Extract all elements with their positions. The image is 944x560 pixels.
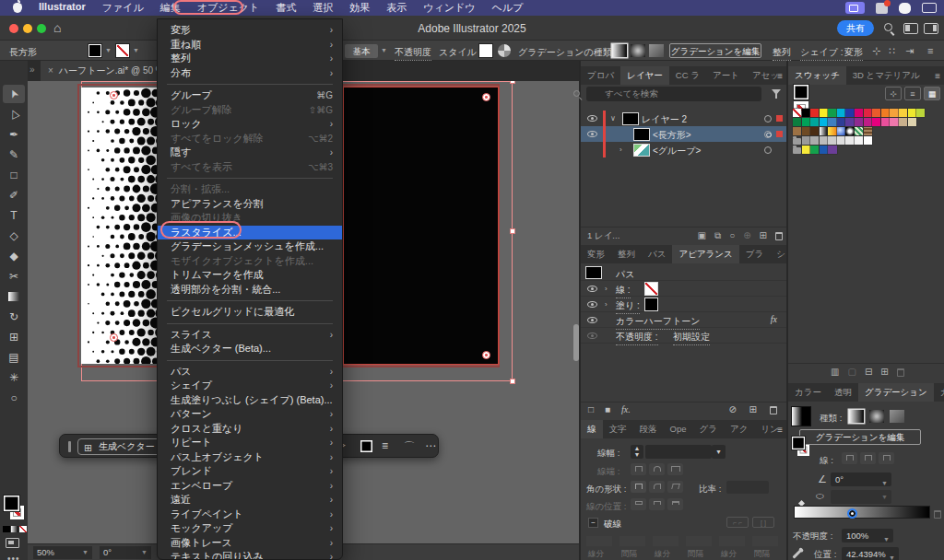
swatches-panel-menu-icon[interactable]: ≡ [935,71,940,81]
layers-search-input[interactable]: すべてを検索 [586,87,761,101]
radial-gradient-button[interactable] [869,410,884,423]
swatch[interactable] [881,118,890,126]
layer-label[interactable]: レイヤー 2 [642,113,687,126]
menu-item[interactable]: リピート› [158,436,342,450]
menubar-item-オブジェクト[interactable]: オブジェクト [197,1,260,15]
gradient-midpoint-marker[interactable] [798,500,805,507]
tab-段落[interactable]: 段落 [633,420,664,438]
more-options-icon[interactable]: ⋯ [425,439,436,452]
brush-definition-dropdown[interactable]: 基本 [345,44,378,58]
menubar-item-書式[interactable]: 書式 [276,1,296,15]
menubar-item-Illustrator[interactable]: Illustrator [39,1,86,15]
workspace-switcher-icon[interactable] [903,23,918,34]
linear-gradient-button[interactable] [612,44,627,57]
menubar-item-ヘルプ[interactable]: ヘルプ [492,1,524,15]
menu-item[interactable]: 生成塗りつぶし (シェイプ) (Beta)... [158,393,342,408]
clear-appearance-icon[interactable]: ⊘ [729,404,737,414]
swatch[interactable] [864,136,872,145]
miter-limit-field[interactable] [726,481,769,494]
selection-handle[interactable] [510,228,515,234]
artboard-tool[interactable]: ⊞ [3,328,25,346]
swatch[interactable] [916,109,925,117]
appearance-row-header[interactable]: パス [581,265,786,281]
stroke-panel-menu-icon[interactable]: ≡ [777,425,783,435]
shape-link[interactable]: シェイプ : [800,46,844,61]
new-swatch-icon[interactable]: ⊞ [880,367,888,377]
menu-item[interactable]: ピクセルグリッドに最適化 [158,305,342,320]
appearance-swatch-black[interactable] [645,298,657,310]
gradient-fill-thumbnail[interactable] [792,407,810,426]
arrange-icon[interactable]: ⇥ [905,45,914,57]
menu-item[interactable]: 画像トレース› [158,536,342,551]
tab-レイヤー[interactable]: レイヤー [620,66,669,85]
swatch[interactable] [855,118,863,126]
swatch[interactable] [845,136,854,145]
extension-icon[interactable] [876,3,888,14]
swatch[interactable] [881,109,890,117]
screen-share-icon[interactable] [845,2,865,14]
swatch[interactable] [820,146,828,154]
swatch[interactable] [828,146,836,154]
appearance-value[interactable]: 初期設定 [673,331,710,345]
radial-gradient-button[interactable] [631,44,645,57]
duplicate-item-icon[interactable]: ⊞ [749,404,757,414]
expand-chevron-icon[interactable]: › [605,300,608,309]
stroke-swatch[interactable] [116,44,129,57]
expand-chevron-icon[interactable]: ∨ [610,114,616,122]
menu-item[interactable]: グラデーションメッシュを作成... [158,239,342,254]
layer-label[interactable]: <グループ> [653,145,701,158]
layer-row[interactable]: ›<グループ> [581,142,786,158]
gradient-fill-proxy[interactable] [792,437,805,449]
panel-layout-icon[interactable] [924,23,938,34]
swatch[interactable] [899,109,907,117]
stroke-weight-icon[interactable]: ≡ [382,439,388,452]
new-layer-icon[interactable]: ⊞ [760,230,767,241]
swatch[interactable] [837,109,845,117]
swatch[interactable] [845,118,854,126]
swatch[interactable] [793,118,801,126]
menu-item[interactable]: 生成ベクター (Beta)... [158,342,342,356]
swatch[interactable] [820,118,828,126]
swatch[interactable] [810,127,819,135]
visibility-eye-icon[interactable] [587,301,597,308]
swatch[interactable] [899,118,907,126]
isolate-icon[interactable]: ⊹ [872,45,880,57]
menu-item[interactable]: グループ⌘G [158,88,342,103]
menu-item[interactable]: 整列› [158,52,342,66]
new-color-group-icon[interactable]: ⊟ [865,367,872,377]
fx-effect-icon[interactable]: fx [771,314,777,324]
layer-row[interactable]: <長方形> [581,126,786,142]
expand-chevron-icon[interactable]: › [605,285,608,293]
menubar-item-編集[interactable]: 編集 [160,1,181,15]
linear-gradient-button[interactable] [849,410,864,423]
swatch[interactable] [810,109,819,117]
tab-アート[interactable]: アート [706,66,746,85]
color-mode-color[interactable] [3,526,10,532]
appearance-row-effect[interactable]: カラーハーフトーンfx [581,312,786,328]
gradient-tool[interactable] [3,287,25,306]
eyedropper-icon[interactable] [792,550,801,559]
stop-location-dropdown[interactable]: 42.4394%▼ [842,547,899,560]
menu-item[interactable]: パス› [158,365,342,379]
swatch[interactable] [872,118,880,126]
edit-gradient-button[interactable]: グラデーションを編集 [669,43,761,58]
line-app-icon[interactable] [899,3,911,14]
select-similar-icon[interactable]: ∷ [889,45,895,57]
tab-シン[interactable]: シン [770,245,786,263]
add-fill-icon[interactable]: ■ [605,404,610,414]
swatch[interactable] [828,109,836,117]
pen-tool[interactable]: ✒ [3,125,25,144]
menubar-item-表示[interactable]: 表示 [386,1,407,15]
fill-swatch[interactable] [88,44,101,57]
menu-item[interactable]: ライブペイント› [158,508,342,522]
tab-文字[interactable]: 文字 [603,420,633,438]
menu-item[interactable]: 分布› [158,66,342,81]
black-rectangle-object[interactable] [344,88,498,364]
menu-item[interactable]: 隠す› [158,146,342,160]
menu-item[interactable]: 変形› [158,23,342,38]
swatch[interactable] [855,127,863,135]
layer-label[interactable]: <長方形> [653,129,691,142]
zoom-level-dropdown[interactable]: 50%▼ [33,546,92,559]
delete-layer-icon[interactable] [775,232,783,240]
menubar-item-ウィンドウ[interactable]: ウィンドウ [423,1,475,15]
